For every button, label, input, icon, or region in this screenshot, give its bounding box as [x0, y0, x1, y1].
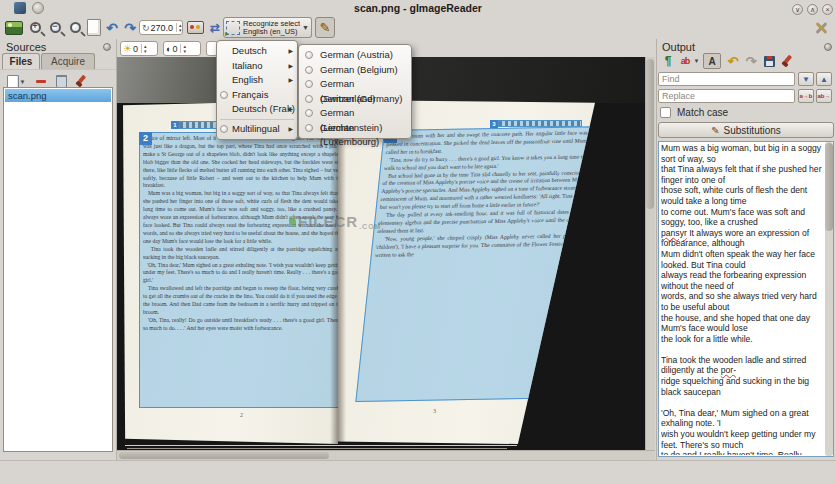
brightness-spinbox[interactable]: ☀ 0 ▴▾: [120, 41, 158, 56]
replace-button[interactable]: a→b: [798, 89, 814, 103]
zoom-in-button[interactable]: +: [26, 18, 44, 37]
find-next-button[interactable]: ▼: [798, 72, 814, 86]
radio-icon: [305, 95, 313, 103]
arrow-down-icon: ▼: [802, 75, 810, 84]
zoom-out-button[interactable]: −: [46, 18, 64, 37]
find-replace-toggle[interactable]: A: [703, 53, 721, 69]
insert-mode-button[interactable]: ¶: [660, 53, 676, 69]
ocr-marker-3: 3: [490, 120, 498, 128]
arrow-up-icon: ▲: [820, 75, 828, 84]
substitutions-button[interactable]: ✎ Substitutions: [658, 122, 834, 138]
book-gutter-shadow: [330, 100, 346, 444]
sources-file-list[interactable]: scan.png: [3, 87, 113, 452]
sources-panel-title: Sources: [6, 41, 46, 53]
minimize-button[interactable]: ∨: [792, 4, 803, 15]
tab-acquire[interactable]: Acquire: [41, 53, 95, 69]
radio-icon: [220, 91, 228, 99]
zoom-original-button[interactable]: [66, 18, 84, 37]
open-button[interactable]: [5, 18, 23, 37]
output-scrollbar-thumb[interactable]: [825, 143, 833, 231]
rotate-left-button[interactable]: ↶: [103, 18, 121, 37]
output-textarea[interactable]: Mum was a big woman, but big in a soggy …: [658, 141, 834, 457]
splitter-left[interactable]: [116, 39, 117, 460]
right-page-number: 3: [433, 408, 436, 414]
undo-icon: ↶: [728, 54, 739, 69]
tab-files[interactable]: Files: [2, 53, 40, 69]
replace-all-button[interactable]: ab→: [816, 89, 832, 103]
canvas-vscrollbar-thumb[interactable]: [646, 59, 654, 209]
submenu-item-german-luxembourg[interactable]: German (Luxembourg): [299, 121, 411, 136]
contrast-spinbox[interactable]: ◐ 0 ▴▾: [163, 41, 201, 56]
submenu-item-german-austria[interactable]: German (Austria): [299, 48, 411, 63]
ocr-region-right-body[interactable]: took the broom with her and she swept th…: [355, 126, 595, 402]
open-image-icon: [5, 21, 23, 35]
submenu-item-german-germany[interactable]: German (Germany): [299, 92, 411, 107]
insert-mode-dropdown[interactable]: ▼: [692, 53, 700, 69]
page-stack-edge: [127, 448, 507, 449]
window-title: scan.png - gImageReader: [0, 2, 836, 14]
status-bar: To recognize specific areas, drag rectan…: [0, 460, 836, 484]
rotation-spinner[interactable]: ▴▾: [176, 23, 184, 32]
replace-input[interactable]: [658, 89, 795, 103]
autolayout-button[interactable]: ⇄: [206, 18, 224, 37]
menu-item-italiano[interactable]: Italiano: [217, 59, 297, 74]
wrench-icon: [814, 21, 828, 35]
autolayout-icon: ⇄: [210, 21, 220, 35]
redo-button[interactable]: ↷: [743, 53, 759, 69]
replace-icon: a→b: [799, 93, 812, 99]
settings-button[interactable]: [812, 18, 830, 37]
rotate-left-icon: ↶: [106, 21, 118, 35]
ocr-region-left-body[interactable]: a slice of mirror left. Most of it was b…: [139, 132, 338, 408]
menu-item-deutsch[interactable]: Deutsch: [217, 44, 297, 59]
save-output-button[interactable]: [761, 53, 777, 69]
display-controls-icon: [187, 21, 204, 34]
splitter-right[interactable]: [656, 39, 657, 460]
maximize-button[interactable]: ∧: [807, 4, 818, 15]
submenu-item-german-belgium[interactable]: German (Belgium): [299, 63, 411, 78]
radio-icon: [305, 80, 313, 88]
menu-item-english[interactable]: English: [217, 73, 297, 88]
match-case-checkbox[interactable]: [660, 107, 671, 118]
file-list-item-selected[interactable]: scan.png: [5, 89, 111, 102]
menu-item-deutsch-frak[interactable]: Deutsch (Frak): [217, 102, 297, 117]
radio-icon: [220, 125, 228, 133]
ocr-marker-1: 1: [171, 121, 179, 129]
rotation-spinbox[interactable]: ↻ 270.0 ▴▾: [139, 20, 183, 35]
display-controls-button[interactable]: [186, 18, 204, 37]
replace-text-icon: ab: [681, 56, 690, 66]
find-prev-button[interactable]: ▲: [816, 72, 832, 86]
menu-item-multilingual[interactable]: Multilingual: [217, 122, 297, 137]
redo-icon: ↷: [746, 54, 757, 69]
submenu-item-german-switzerland[interactable]: German (Switzerland): [299, 77, 411, 92]
clear-output-button[interactable]: [779, 53, 795, 69]
recognize-button[interactable]: Recognize selection English (en_US): [223, 17, 301, 38]
close-button[interactable]: ×: [822, 4, 833, 15]
insert-text-icon: ¶: [665, 54, 672, 68]
main-toolbar: + − ↶ ↷ ↻ 270.0 ▴▾ ⇄ Recognize selection…: [0, 17, 836, 39]
output-pin-icon[interactable]: [824, 43, 832, 51]
rotate-right-button[interactable]: ↷: [121, 18, 139, 37]
canvas-hscrollbar-thumb[interactable]: [119, 452, 329, 459]
chevron-down-icon: ▼: [20, 79, 26, 85]
menu-item-francais[interactable]: Français: [217, 88, 297, 103]
submenu-item-german-liechtenstein[interactable]: German (Liechtenstein): [299, 106, 411, 121]
contrast-spinner[interactable]: ▴▾: [180, 44, 188, 53]
find-input[interactable]: [658, 72, 795, 86]
toggle-output-pane-button[interactable]: ✎: [315, 17, 335, 38]
replace-mode-button[interactable]: ab: [678, 53, 692, 69]
match-case-label: Match case: [677, 107, 728, 118]
brightness-value: 0: [133, 44, 138, 54]
title-bar[interactable]: scan.png - gImageReader ∨ ∧ ×: [0, 0, 836, 17]
replace-all-icon: ab→: [817, 93, 830, 99]
brightness-spinner[interactable]: ▴▾: [141, 44, 149, 53]
undo-button[interactable]: ↶: [725, 53, 741, 69]
sources-pin-icon[interactable]: [103, 43, 111, 51]
pen-icon: ✎: [711, 125, 719, 136]
recognize-label-line2: English (en_US): [243, 27, 298, 36]
menu-separator: [220, 119, 294, 120]
recognize-language-dropdown[interactable]: ▼: [300, 17, 312, 38]
best-fit-button[interactable]: [85, 18, 103, 37]
watermark-leaf-icon: [289, 218, 296, 225]
gimagereader-window: scan.png - gImageReader ∨ ∧ × + − ↶ ↷ ↻ …: [0, 0, 836, 484]
rotate-right-icon: ↷: [124, 21, 136, 35]
